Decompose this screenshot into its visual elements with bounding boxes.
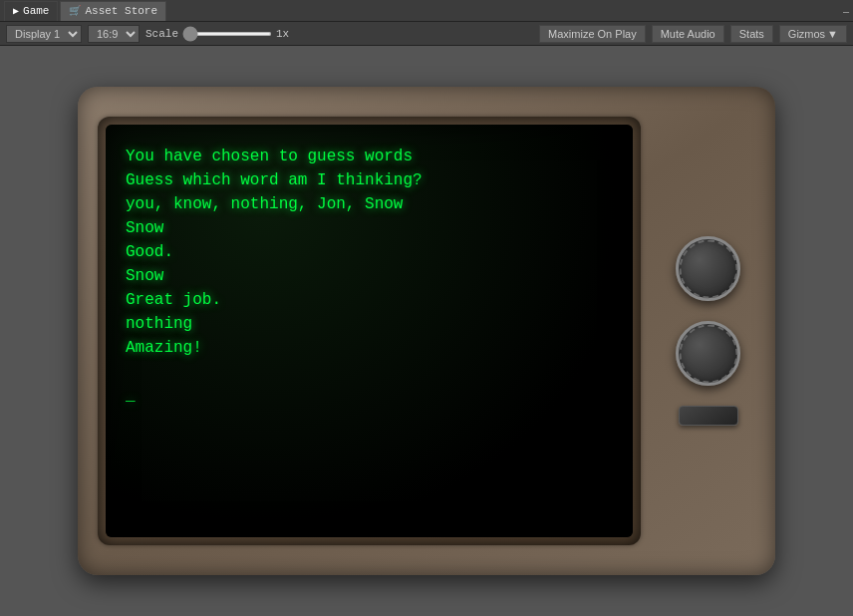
tab-game-label: Game	[23, 5, 49, 17]
scale-value: 1x	[276, 28, 289, 40]
tab-asset-store-label: Asset Store	[85, 5, 157, 17]
mute-audio-button[interactable]: Mute Audio	[652, 25, 724, 43]
tab-asset-store[interactable]: 🛒 Asset Store	[60, 1, 166, 21]
scale-container: Scale 1x	[145, 28, 289, 40]
maximize-on-play-button[interactable]: Maximize On Play	[539, 25, 646, 43]
toolbar: Display 1 16:9 Scale 1x Maximize On Play…	[0, 22, 853, 46]
tv-controls	[661, 236, 755, 426]
scale-label: Scale	[145, 28, 178, 40]
display-select[interactable]: Display 1	[6, 25, 82, 43]
tab-bar: ▶ Game 🛒 Asset Store –	[0, 0, 853, 22]
game-icon: ▶	[13, 5, 19, 17]
tab-game[interactable]: ▶ Game	[4, 1, 58, 21]
game-area: You have chosen to guess words Guess whi…	[0, 46, 853, 616]
tv-screen-bezel: You have chosen to guess words Guess whi…	[98, 117, 641, 545]
minimize-button[interactable]: –	[843, 5, 849, 17]
tv-button[interactable]	[679, 406, 738, 426]
gizmos-dropdown-icon: ▼	[827, 28, 838, 40]
tv-knob-bottom[interactable]	[676, 321, 740, 386]
store-icon: 🛒	[69, 5, 81, 17]
scale-slider[interactable]	[182, 32, 272, 36]
tv-screen: You have chosen to guess words Guess whi…	[106, 125, 633, 537]
terminal-cursor: _	[126, 384, 136, 408]
tv-body: You have chosen to guess words Guess whi…	[78, 87, 775, 575]
gizmos-label: Gizmos	[788, 28, 825, 40]
tv-knob-top[interactable]	[676, 236, 740, 301]
stats-button[interactable]: Stats	[730, 25, 773, 43]
terminal-output: You have chosen to guess words Guess whi…	[126, 145, 613, 408]
aspect-ratio-select[interactable]: 16:9	[88, 25, 140, 43]
gizmos-button[interactable]: Gizmos ▼	[779, 25, 847, 43]
